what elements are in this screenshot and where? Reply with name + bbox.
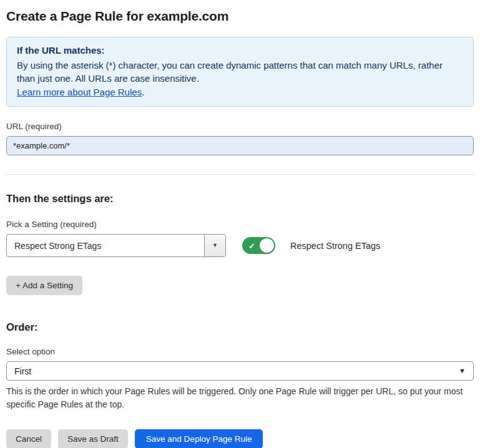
actions-row: Cancel Save as Draft Save and Deploy Pag… [6,429,474,448]
save-as-draft-button[interactable]: Save as Draft [58,429,128,448]
chevron-down-icon: ▼ [459,368,466,374]
setting-select-arrow-button[interactable]: ▼ [204,235,225,256]
url-field-label: URL (required) [6,122,474,131]
create-page-rule-form: Create a Page Rule for example.com If th… [0,0,480,448]
order-select-label: Select option [6,347,474,356]
info-link-row: Learn more about Page Rules. [17,85,463,99]
url-input[interactable] [6,136,474,155]
etags-toggle-label: Respect Strong ETags [290,241,380,251]
save-and-deploy-button[interactable]: Save and Deploy Page Rule [135,429,263,448]
setting-select[interactable]: Respect Strong ETags ▼ [6,234,226,257]
learn-more-page-rules-link[interactable]: Learn more about Page Rules [17,87,142,97]
add-setting-button[interactable]: + Add a Setting [6,276,82,295]
order-section-heading: Order: [6,321,474,333]
order-help-text: This is the order in which your Page Rul… [6,385,474,411]
order-select[interactable]: First ▼ [6,361,474,381]
setting-row: Respect Strong ETags ▼ ✓ Respect Strong … [6,234,474,257]
section-divider [6,174,474,175]
page-title: Create a Page Rule for example.com [6,9,474,24]
setting-select-value: Respect Strong ETags [7,235,204,256]
check-icon: ✓ [248,241,255,250]
info-box-heading: If the URL matches: [17,44,463,57]
url-match-info-box: If the URL matches: By using the asteris… [6,37,474,107]
pick-setting-label: Pick a Setting (required) [6,220,474,229]
info-box-body: By using the asterisk (*) character, you… [17,59,463,85]
caret-down-icon: ▼ [212,243,218,248]
toggle-knob [260,238,274,253]
info-link-suffix: . [142,87,144,97]
etags-toggle-switch[interactable]: ✓ [242,237,275,254]
cancel-button[interactable]: Cancel [6,429,51,448]
settings-section-heading: Then the settings are: [6,193,474,205]
order-select-value: First [14,366,459,376]
